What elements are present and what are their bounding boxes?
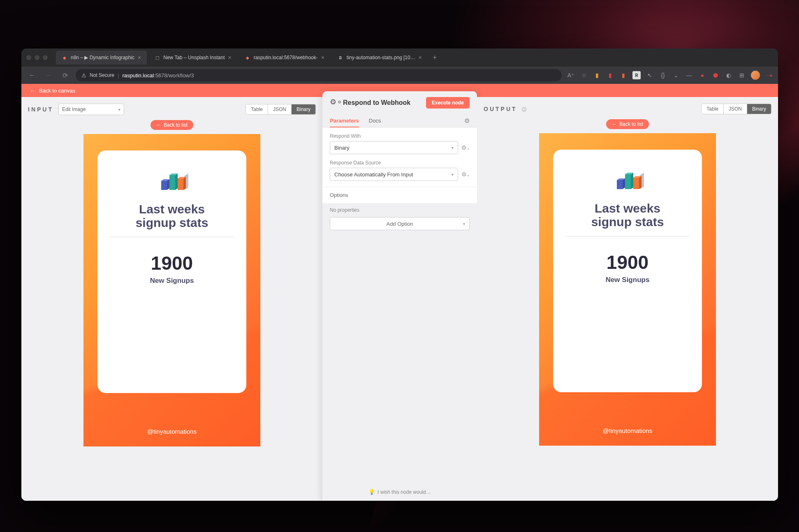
bar-chart-icon — [151, 165, 192, 194]
input-node-select[interactable]: Edit Image ▾ — [58, 104, 124, 115]
infographic-title: Last weekssignup stats — [110, 202, 234, 229]
input-preview-image: Last weekssignup stats 1900 New Signups … — [83, 134, 260, 446]
menu-icon[interactable]: ⋯● — [765, 71, 773, 79]
close-icon[interactable]: × — [138, 54, 141, 61]
respond-with-label: Respond With — [330, 133, 470, 139]
tab-json[interactable]: JSON — [724, 104, 747, 114]
security-warning: Not Secure — [90, 72, 114, 78]
chevron-down-icon: ▾ — [463, 222, 465, 226]
svg-rect-2 — [178, 178, 183, 190]
ext-icon[interactable]: ↖ — [646, 71, 654, 79]
forward-button[interactable]: → — [43, 72, 54, 79]
close-icon[interactable]: × — [321, 54, 324, 61]
node-settings-panel: ⚙⚬ Respond to Webhook Execute node Param… — [322, 97, 477, 501]
arrow-left-icon: ← — [30, 88, 35, 94]
back-button[interactable]: ← — [26, 72, 38, 79]
respond-with-select[interactable]: Binary ▾ — [330, 141, 458, 154]
ext-icon[interactable]: R — [632, 71, 641, 79]
browser-url-bar: ← → ⟳ ⚠ Not Secure | rasputin.local:5678… — [21, 67, 778, 84]
expression-icon[interactable]: ⚙₊ — [461, 171, 470, 178]
feedback-hint[interactable]: 💡 I wish this node would… — [368, 489, 431, 495]
reload-button[interactable]: ⟳ — [59, 72, 71, 79]
browser-tab-3[interactable]: 🗎 tiny-automation-stats.png [10… × — [332, 51, 428, 65]
arrow-left-icon: ← — [612, 121, 617, 127]
add-option-button[interactable]: Add Option ▾ — [330, 217, 470, 230]
browser-tab-0[interactable]: ◆ n8n – ▶ Dynamic Infographic × — [56, 51, 147, 65]
output-title: OUTPUT ⓘ — [484, 106, 526, 113]
browser-tab-1[interactable]: ⬚ New Tab – Unsplash Instant × — [148, 51, 237, 65]
svg-rect-0 — [161, 181, 167, 190]
ext-icon[interactable]: ▮ — [619, 71, 628, 79]
output-view-tabs: Table JSON Binary — [701, 104, 771, 114]
lightbulb-icon: 💡 — [368, 489, 375, 495]
options-label: Options — [322, 187, 477, 203]
bar-chart-icon — [607, 164, 648, 193]
chevron-down-icon: ▾ — [452, 172, 454, 177]
svg-rect-1 — [169, 175, 175, 190]
favorite-icon[interactable]: ☆ — [580, 71, 588, 79]
chevron-down-icon: ▾ — [452, 146, 454, 150]
tab-table[interactable]: Table — [702, 104, 724, 114]
expression-icon[interactable]: ⚙₊ — [461, 144, 470, 151]
ext-icon[interactable]: — — [685, 71, 693, 79]
svg-rect-3 — [617, 180, 623, 189]
pocket-icon[interactable]: ⌄ — [672, 71, 680, 79]
chevron-down-icon: ▾ — [118, 107, 120, 112]
back-to-list-button[interactable]: ← Back to list — [606, 119, 649, 129]
node-title: Respond to Webhook — [343, 99, 422, 106]
execute-node-button[interactable]: Execute node — [426, 97, 470, 109]
profile-avatar[interactable] — [751, 71, 760, 80]
output-preview-image: Last weekssignup stats 1900 New Signups … — [539, 133, 716, 446]
infographic-handle: @tinyautomations — [539, 427, 716, 434]
n8n-favicon-icon: ◆ — [245, 55, 250, 60]
gear-icon[interactable]: ⚙ — [464, 117, 470, 125]
close-icon[interactable]: × — [419, 54, 422, 61]
infographic-title: Last weekssignup stats — [565, 201, 690, 229]
ext-icon[interactable]: {} — [659, 71, 667, 79]
tab-label: rasputin.local:5678/webhook- — [254, 55, 318, 60]
infographic-number: 1900 — [565, 251, 690, 273]
reader-icon[interactable]: A⁺ — [567, 71, 575, 79]
tab-parameters[interactable]: Parameters — [330, 114, 359, 127]
extension-icons: A⁺ ☆ ▮ ▮ ▮ R ↖ {} ⌄ — ● ⬢ ◐ ⊞ ⋯● — [567, 71, 773, 80]
workspace: INPUT Edit Image ▾ Table JSON Binary ← B… — [21, 97, 778, 501]
infographic-sublabel: New Signups — [565, 276, 690, 284]
input-title: INPUT — [28, 106, 53, 113]
no-properties-label: No properties — [330, 207, 470, 213]
webhook-node-icon: ⚙⚬ — [330, 97, 339, 106]
tab-json[interactable]: JSON — [268, 104, 292, 114]
infographic-sublabel: New Signups — [110, 277, 234, 285]
browser-window: ◆ n8n – ▶ Dynamic Infographic × ⬚ New Ta… — [21, 49, 778, 501]
tab-table[interactable]: Table — [246, 104, 268, 114]
output-panel: OUTPUT ⓘ Table JSON Binary ← Back to lis… — [477, 97, 778, 501]
ext-icon[interactable]: ▮ — [593, 71, 601, 79]
input-panel: INPUT Edit Image ▾ Table JSON Binary ← B… — [21, 97, 322, 501]
close-icon[interactable]: × — [228, 54, 231, 61]
data-source-select[interactable]: Choose Automatically From Input ▾ — [330, 168, 458, 181]
back-to-list-button[interactable]: ← Back to list — [151, 120, 193, 130]
info-icon[interactable]: ⓘ — [522, 107, 526, 112]
unsplash-favicon-icon: ⬚ — [154, 55, 160, 60]
ext-icon[interactable]: ▮ — [606, 71, 614, 79]
node-dialog: ⚙⚬ Respond to Webhook Execute node Param… — [322, 91, 477, 501]
data-source-label: Response Data Source — [330, 160, 470, 166]
browser-tab-2[interactable]: ◆ rasputin.local:5678/webhook- × — [239, 51, 330, 65]
back-to-canvas-label: Back to canvas — [39, 88, 75, 94]
ext-icon[interactable]: ◐ — [725, 71, 733, 79]
infographic-handle: @tinyautomations — [83, 428, 260, 435]
tab-binary[interactable]: Binary — [292, 104, 315, 114]
collections-icon[interactable]: ⊞ — [738, 71, 746, 79]
ext-icon[interactable]: ⬢ — [711, 71, 720, 79]
new-tab-button[interactable]: + — [429, 53, 440, 62]
warning-icon: ⚠ — [81, 72, 86, 79]
ext-icon[interactable]: ● — [698, 71, 706, 79]
arrow-left-icon: ← — [156, 122, 161, 128]
svg-rect-4 — [625, 174, 631, 189]
infographic-number: 1900 — [110, 252, 234, 274]
address-bar[interactable]: ⚠ Not Secure | rasputin.local:5678/workf… — [76, 69, 562, 81]
window-controls[interactable] — [26, 55, 48, 60]
tab-binary[interactable]: Binary — [747, 104, 771, 114]
browser-tab-bar: ◆ n8n – ▶ Dynamic Infographic × ⬚ New Ta… — [21, 49, 778, 67]
app-content: ← Back to canvas INPUT Edit Image ▾ Tabl… — [21, 84, 778, 501]
tab-docs[interactable]: Docs — [369, 114, 381, 127]
